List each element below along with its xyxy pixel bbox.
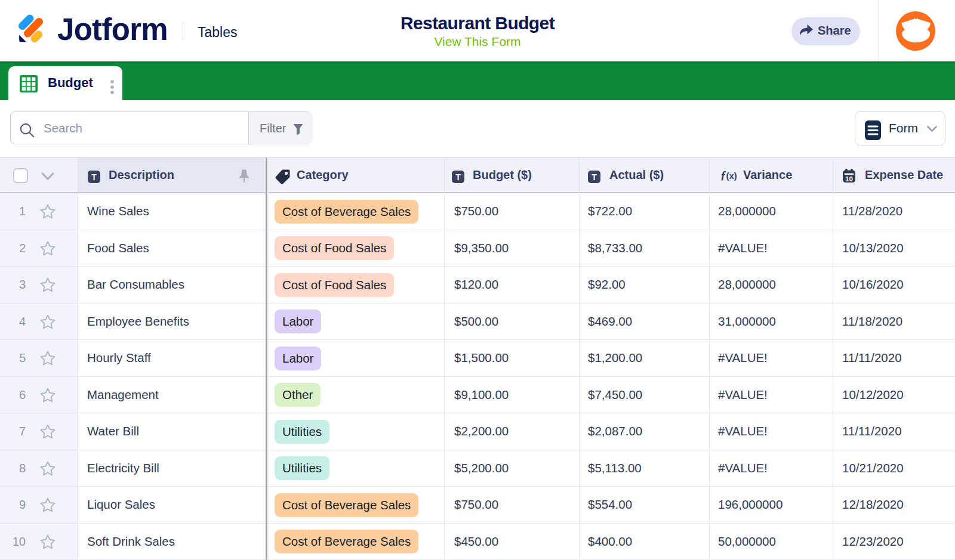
svg-text:10: 10 <box>845 175 853 182</box>
svg-text:T: T <box>91 172 97 182</box>
svg-text:T: T <box>455 172 461 182</box>
svg-text:T: T <box>592 172 597 182</box>
